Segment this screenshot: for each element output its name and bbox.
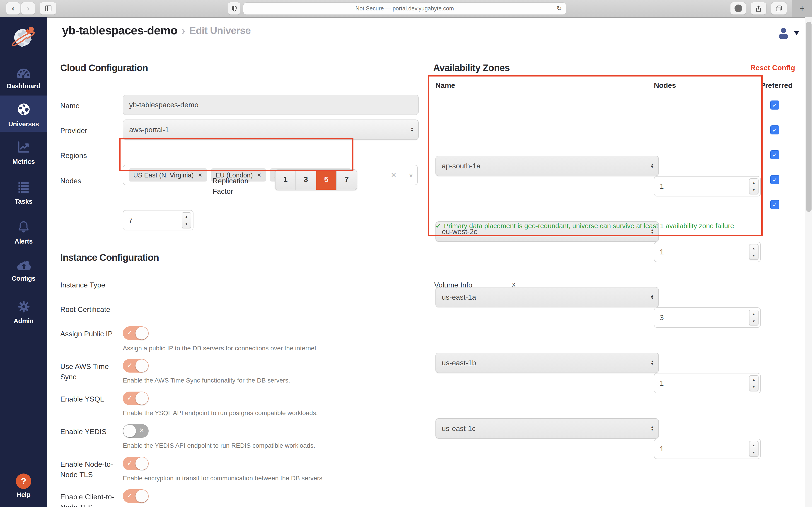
user-icon [777,26,790,40]
az-nodes-value: 1 [660,182,664,190]
select-arrows-icon: ▲▼ [651,294,654,300]
stepper-buttons[interactable]: ▲▼ [749,244,759,260]
az-zone-value: us-east-1a [442,293,476,301]
rf-option-1[interactable]: 1 [275,170,295,190]
sidebar-item-universes[interactable]: Universes [0,102,47,128]
preferred-checkbox[interactable]: ✓ [770,150,779,159]
forward-button[interactable]: › [21,2,35,14]
enable-yedis-label: Enable YEDIS [60,427,120,437]
reset-config-link[interactable]: Reset Config [750,64,795,72]
forward-icon: › [27,5,29,12]
enable-yedis-toggle[interactable]: ✕ [123,424,149,438]
preferred-checkbox[interactable]: ✓ [770,200,779,209]
reload-icon[interactable]: ↻ [557,5,562,12]
scrollbar-thumb[interactable] [806,22,812,212]
aws-time-sync-toggle[interactable]: ✓ [123,359,149,373]
preferred-checkbox[interactable]: ✓ [770,101,779,110]
az-col-preferred: Preferred [760,81,793,90]
sidebar-item-help[interactable]: ? Help [0,473,47,498]
clear-all-icon[interactable]: ✕ [391,171,397,179]
preferred-checkbox[interactable]: ✓ [770,125,779,134]
share-icon [755,5,762,12]
rf-option-5-selected[interactable]: 5 [316,170,336,190]
scrollbar[interactable] [805,17,812,507]
az-nodes-value: 1 [660,379,664,387]
region-chip[interactable]: US East (N. Virginia) ✕ [129,168,207,181]
az-nodes-input[interactable]: 1 ▲▼ [654,242,761,262]
preferred-checkbox[interactable]: ✓ [770,175,779,184]
enable-ysql-toggle[interactable]: ✓ [123,392,149,405]
sidebar-item-configs[interactable]: Configs [0,260,47,282]
tab-overview-button[interactable] [771,2,786,14]
universe-name-title[interactable]: yb-tablespaces-demo [62,23,177,38]
downloads-button[interactable]: ↓ [730,2,746,14]
nodes-input[interactable]: 7 ▲▼ [123,210,194,230]
replication-factor-group: 1 3 5 7 [275,169,357,190]
provider-select[interactable]: aws-portal-1 ▲▼ [123,119,419,140]
az-nodes-input[interactable]: 1 ▲▼ [654,439,761,459]
x-icon: ✕ [139,427,144,434]
chevron-down-icon [794,31,799,35]
tabs-icon [775,5,782,12]
stepper-buttons[interactable]: ▲▼ [749,178,759,194]
stepper-buttons[interactable]: ▲▼ [182,212,191,228]
address-bar[interactable]: Not Secure — portal.dev.yugabyte.com ↻ [243,3,566,14]
share-button[interactable] [751,2,766,14]
nodes-label: Nodes [60,176,81,186]
sidebar-item-tasks[interactable]: Tasks [0,180,47,205]
stepper-buttons[interactable]: ▲▼ [749,309,759,326]
privacy-shield-button[interactable] [228,2,240,14]
az-nodes-input[interactable]: 1 ▲▼ [654,373,761,393]
dropdown-chevron-icon[interactable]: ˅ [409,171,413,179]
assign-public-ip-toggle[interactable]: ✓ [123,326,149,340]
provider-value: aws-portal-1 [129,126,169,134]
sidebar-item-alerts[interactable]: Alerts [0,220,47,245]
rf-option-7[interactable]: 7 [336,170,357,190]
az-zone-value: ap-south-1a [442,162,480,170]
rf-option-3[interactable]: 3 [295,170,316,190]
az-zone-select[interactable]: ap-south-1a ▲▼ [436,156,659,176]
breadcrumb: yb-tablespaces-demo › Edit Universe [62,23,251,38]
regions-label: Regions [60,150,87,161]
back-button[interactable]: ‹ [6,2,20,14]
shield-icon [231,5,237,11]
check-icon: ✔ [436,222,441,229]
sidebar-item-admin[interactable]: Admin [0,300,47,325]
yugabyte-logo[interactable] [10,23,37,53]
page-title: Edit Universe [189,25,251,37]
az-zone-select[interactable]: us-east-1b ▲▼ [436,353,659,373]
placement-status-message: ✔Primary data placement is geo-redundant… [436,222,757,230]
gauge-icon [16,68,31,78]
az-nodes-value: 1 [660,248,664,256]
az-nodes-input[interactable]: 3 ▲▼ [654,307,761,328]
az-nodes-input[interactable]: 1 ▲▼ [654,176,761,196]
sidebar-item-label: Dashboard [0,82,47,90]
client-to-node-tls-toggle[interactable]: ✓ [123,489,149,503]
stepper-buttons[interactable]: ▲▼ [749,375,759,391]
sidebar-item-metrics[interactable]: Metrics [0,140,47,165]
availability-zones-title: Availability Zones [433,62,510,73]
provider-label: Provider [60,125,87,136]
cloud-upload-icon [16,260,31,271]
sidebar-item-label: Configs [0,275,47,282]
new-tab-button[interactable]: + [792,0,812,17]
aws-time-sync-label: Use AWS Time Sync [60,361,120,382]
sidebar-toggle-button[interactable] [40,2,56,14]
regions-multiselect[interactable]: US East (N. Virginia) ✕ EU (London) ✕ As… [123,165,418,185]
app-window: ‹ › Not Secure — portal.dev.yugabyte.com… [0,0,812,507]
name-field[interactable]: yb-tablespaces-demo [123,95,419,115]
back-icon: ‹ [12,5,14,12]
user-menu[interactable] [777,26,799,40]
globe-icon [16,102,31,116]
node-to-node-tls-toggle[interactable]: ✓ [123,457,149,470]
sidebar-item-dashboard[interactable]: Dashboard [0,68,47,90]
check-icon: ✓ [127,459,133,467]
remove-region-icon[interactable]: ✕ [198,172,202,178]
list-icon [17,180,30,194]
az-zone-select[interactable]: us-east-1c ▲▼ [436,418,659,439]
toggle-knob [136,327,148,340]
volume-info-label: Volume Info [434,280,472,290]
bell-icon [17,220,30,234]
az-col-name: Name [436,81,455,90]
stepper-buttons[interactable]: ▲▼ [749,441,759,457]
